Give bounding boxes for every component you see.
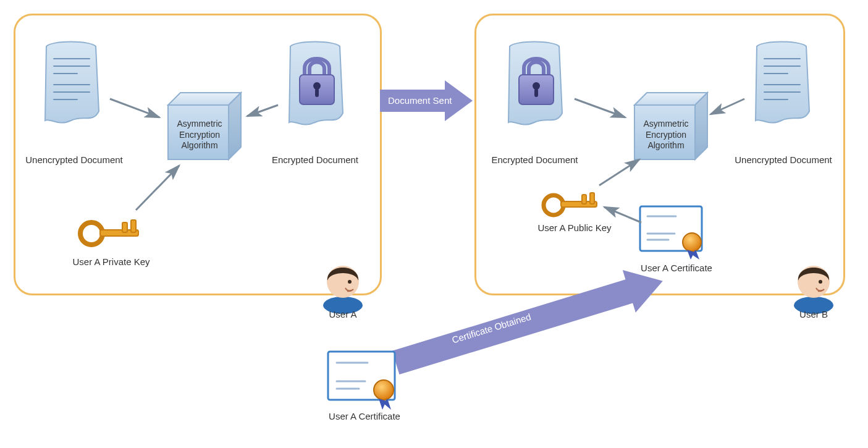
user-avatar-icon — [315, 257, 371, 313]
svg-point-58 — [374, 380, 394, 400]
svg-line-46 — [575, 99, 625, 117]
svg-line-17 — [247, 105, 278, 116]
label-certificate-bottom: User A Certificate — [321, 411, 408, 421]
label-user-a: User A — [321, 309, 364, 319]
diagram-canvas: Unencrypted Document AsymmetricEncryptio… — [0, 0, 868, 448]
svg-point-21 — [348, 280, 352, 284]
user-avatar-icon — [786, 257, 841, 313]
svg-line-18 — [136, 166, 179, 210]
svg-line-16 — [110, 99, 159, 117]
certificate-icon — [324, 348, 405, 410]
svg-line-48 — [599, 159, 639, 185]
block-arrow-diag-icon — [395, 256, 692, 386]
svg-line-49 — [604, 207, 641, 222]
svg-line-47 — [710, 99, 744, 114]
label-document-sent: Document Sent — [388, 95, 452, 106]
svg-point-52 — [819, 280, 822, 284]
label-user-b: User B — [792, 309, 835, 319]
